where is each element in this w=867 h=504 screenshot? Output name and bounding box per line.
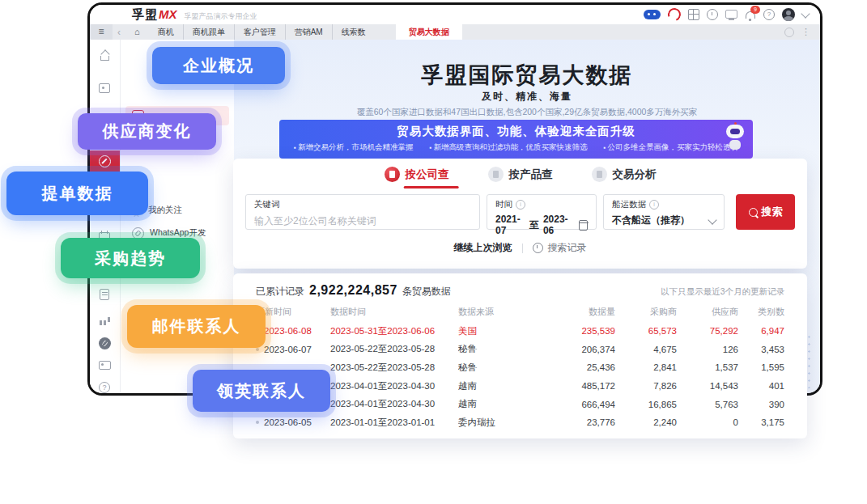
cell-suppliers: 126 xyxy=(677,345,738,354)
callout-2: 提单数据 xyxy=(6,172,148,215)
banner-bullets: 新增交易分析，市场机会精准掌握新增高级查询和过滤功能，优质买家快速筛选公司多维全… xyxy=(279,142,753,153)
cell-volume: 25,436 xyxy=(549,362,615,372)
cell-volume: 666,494 xyxy=(549,400,615,409)
back-arrow-icon[interactable]: ‹ xyxy=(113,27,125,38)
callout-1: 供应商变化 xyxy=(78,113,216,150)
column-header: 供应商 xyxy=(677,306,738,318)
more-options-icon[interactable]: ⋮ xyxy=(801,27,810,37)
cell-categories: 390 xyxy=(738,400,784,409)
shipping-data-select[interactable]: 船运数据 不含船运（推荐） xyxy=(603,194,725,230)
cell-volume: 23,776 xyxy=(549,417,615,427)
topbar-icons: 9 xyxy=(644,8,809,21)
search-tabs: 按公司查按产品查交易分析 xyxy=(233,167,807,188)
monitor-icon[interactable] xyxy=(725,10,737,19)
keyword-label: 关键词 xyxy=(254,199,471,210)
gallery-icon[interactable] xyxy=(99,83,111,95)
shipping-label: 船运数据 xyxy=(612,199,646,210)
calendar-picker-icon[interactable] xyxy=(579,220,588,231)
row-dot xyxy=(256,348,259,351)
cell-period: 2023-01-01至2023-01-01 xyxy=(330,417,458,429)
time-range-field[interactable]: 时间 2021-07 至 2023-06 xyxy=(487,194,597,230)
column-header: 数据来源 xyxy=(458,306,549,318)
magnifier-icon xyxy=(749,208,758,217)
page-title: 孚盟国际贸易大数据 xyxy=(234,61,820,90)
data-table-panel: 已累计记录 2,922,224,857 条贸易数据 以下只显示最近3个月的更新记… xyxy=(233,273,807,438)
tab-home[interactable] xyxy=(125,24,149,40)
stats-suffix: 条贸易数据 xyxy=(402,285,451,299)
trade-data-compass-icon[interactable] xyxy=(90,150,120,172)
ai-assistant-icon[interactable] xyxy=(644,10,661,19)
cell-categories: 3,175 xyxy=(738,417,784,427)
cell-update-time: 2023-06-07 xyxy=(256,345,330,354)
callout-0: 企业概况 xyxy=(152,47,285,84)
table-row[interactable]: 2023-06-072023-05-22至2023-05-28秘鲁206,374… xyxy=(233,341,762,359)
customer-service-icon[interactable] xyxy=(665,6,682,23)
tab-shangji-gendan[interactable]: 商机跟单 xyxy=(183,24,234,40)
row-dot xyxy=(256,421,259,424)
chevron-down-icon[interactable] xyxy=(801,9,810,18)
apps-grid-icon[interactable] xyxy=(688,9,699,20)
help-circle-icon[interactable] xyxy=(99,382,111,394)
cell-buyers: 16,865 xyxy=(615,400,677,409)
column-header: 采购商 xyxy=(615,306,677,318)
callout-3: 采购趋势 xyxy=(61,238,200,278)
menu-toggle-icon[interactable]: ≡ xyxy=(90,24,113,40)
tab-shangji[interactable]: 商机 xyxy=(149,24,183,40)
cell-buyers: 2,841 xyxy=(615,362,677,372)
cell-categories: 1,595 xyxy=(738,362,784,372)
cell-source: 美国 xyxy=(458,325,549,337)
cell-suppliers: 0 xyxy=(677,417,738,427)
search-history-link[interactable]: 搜索记录 xyxy=(548,241,587,255)
compass-glyph xyxy=(99,155,111,167)
tab-kehu-guanli[interactable]: 客户管理 xyxy=(234,24,285,40)
user-avatar[interactable] xyxy=(782,8,795,21)
table-row[interactable]: 2023-06-082023-05-31至2023-06-06美国235,539… xyxy=(233,322,762,341)
tab-search-icon[interactable] xyxy=(784,28,794,37)
sidebar-item-2[interactable] xyxy=(125,153,229,172)
time-value-row: 2021-07 至 2023-06 xyxy=(495,214,588,236)
robot-body xyxy=(729,140,741,150)
cell-suppliers: 5,763 xyxy=(677,400,738,409)
stats-prefix: 已累计记录 xyxy=(256,285,304,299)
column-header: 类别数 xyxy=(738,306,784,318)
search-tab-0[interactable]: 按公司查 xyxy=(385,167,449,188)
tab-strip-actions: ⋮ xyxy=(784,27,820,37)
tab-xiansuo[interactable]: 线索数 xyxy=(332,24,375,40)
cell-buyers: 4,675 xyxy=(615,345,677,354)
table-header: 更新时间数据时间数据来源数据量采购商供应商类别数 xyxy=(233,306,807,318)
document-icon[interactable] xyxy=(99,289,111,301)
cell-suppliers: 75,292 xyxy=(677,326,738,336)
home-icon[interactable] xyxy=(99,50,111,62)
keyword-field[interactable]: 关键词 输入至少2位公司名称关键词 xyxy=(245,194,480,230)
divider xyxy=(522,244,523,253)
tab-yingxiao-am[interactable]: 营销AM xyxy=(285,24,332,40)
search-tab-2[interactable]: 交易分析 xyxy=(592,167,657,188)
shipping-value-row: 不含船运（推荐） xyxy=(612,214,716,227)
topbar: 孚盟 MX 孚盟产品演示专用企业 9 xyxy=(90,5,820,24)
cell-period: 2023-05-22至2023-05-28 xyxy=(330,343,458,355)
page-description: 覆盖60个国家进口数据和47国出口数据,包含200个国家,29亿条贸易数据,40… xyxy=(234,107,820,118)
column-header: 更新时间 xyxy=(256,306,330,318)
search-button[interactable]: 搜索 xyxy=(736,194,795,230)
notification-bell-icon[interactable]: 9 xyxy=(745,9,756,20)
continue-browsing-link[interactable]: 继续上次浏览 xyxy=(454,241,512,255)
table-note: 以下只显示最近3个月的更新记录 xyxy=(661,286,784,298)
id-card-icon[interactable] xyxy=(99,359,111,371)
cell-source: 越南 xyxy=(458,398,549,410)
search-links: 继续上次浏览 搜索记录 xyxy=(233,241,807,255)
time-label: 时间 xyxy=(495,199,512,210)
search-tab-1[interactable]: 按产品查 xyxy=(488,167,553,188)
cell-period: 2023-05-22至2023-05-28 xyxy=(330,362,458,374)
tab-maoyi-dashuju[interactable]: 贸易大数据 xyxy=(396,24,462,40)
time-from: 2021-07 xyxy=(495,214,525,236)
help-icon[interactable] xyxy=(763,9,775,20)
table-row[interactable]: 2023-06-052023-01-01至2023-01-01委内瑞拉23,77… xyxy=(233,413,762,432)
robot-mascot-icon xyxy=(724,123,746,155)
chart-icon[interactable] xyxy=(99,314,111,326)
cell-period: 2023-05-31至2023-06-06 xyxy=(330,325,458,337)
history-icon[interactable] xyxy=(707,9,718,20)
whatsapp-icon[interactable] xyxy=(99,337,111,349)
home-icon xyxy=(134,24,140,40)
cell-categories: 3,453 xyxy=(738,345,784,354)
cell-buyers: 2,240 xyxy=(615,417,677,427)
